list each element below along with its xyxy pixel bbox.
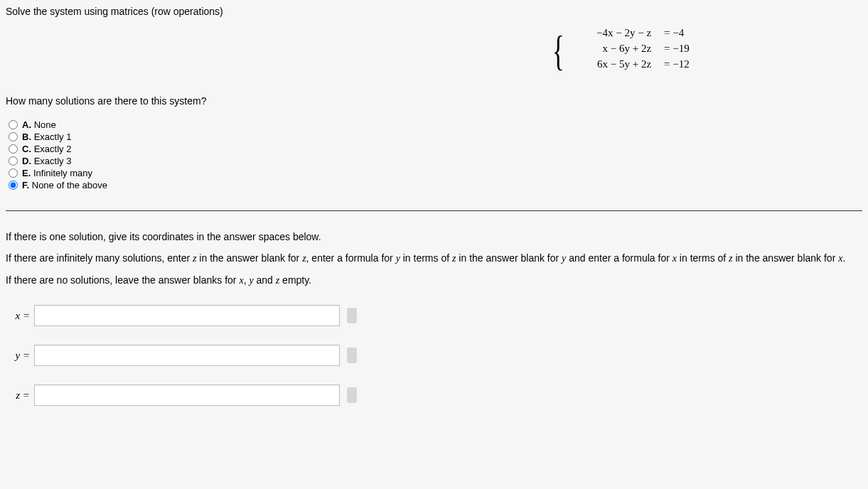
explain-one-solution: If there is one solution, give its coord… [6,231,862,242]
answer-z-label: z = [6,389,34,402]
option-a[interactable]: A. None [9,119,862,130]
solution-count-question: How many solutions are there to this sys… [6,95,862,107]
equation-lhs: 6x − 5y + 2z [573,58,651,70]
option-f-label: F. None of the above [22,180,107,190]
answer-y-label: y = [6,350,34,362]
option-f-radio[interactable] [9,181,18,190]
answer-x-status-chip [347,308,357,323]
option-b[interactable]: B. Exactly 1 [9,131,862,142]
left-brace: { [552,29,564,72]
option-b-label: B. Exactly 1 [22,131,71,142]
explain-no-solutions: If there are no solutions, leave the ans… [6,274,862,286]
equation-row: 6x − 5y + 2z = −12 [573,58,690,74]
option-e-radio[interactable] [9,168,18,178]
equation-lhs: −4x − 2y − z [573,27,651,39]
equation-row: −4x − 2y − z = −4 [573,27,690,43]
answer-y-input[interactable] [34,345,340,366]
answer-z-input[interactable] [34,385,340,406]
answer-row-z: z = [6,385,862,406]
option-c[interactable]: C. Exactly 2 [9,144,862,154]
equation-lhs: x − 6y + 2z [573,43,651,55]
option-b-radio[interactable] [9,132,18,141]
answer-row-y: y = [6,345,862,366]
equation-rhs: = −4 [664,27,684,39]
equation-rhs: = −12 [664,58,690,70]
system-of-equations: { −4x − 2y − z = −4 x − 6y + 2z = −19 6x… [6,27,862,74]
option-d[interactable]: D. Exactly 3 [9,156,862,166]
option-d-label: D. Exactly 3 [22,156,71,166]
equation-row: x − 6y + 2z = −19 [573,43,690,58]
option-c-radio[interactable] [9,144,18,154]
instruction-text: Solve the system using matrices (row ope… [6,6,862,17]
answer-x-input[interactable] [34,305,340,326]
option-f[interactable]: F. None of the above [9,180,862,190]
options-group: A. None B. Exactly 1 C. Exactly 2 D. Exa… [9,119,862,190]
option-e-label: E. Infinitely many [22,168,92,178]
answer-y-status-chip [347,348,357,363]
explain-infinite-solutions: If there are infinitely many solutions, … [6,252,862,264]
option-a-radio[interactable] [9,120,18,129]
answer-row-x: x = [6,305,862,326]
option-d-radio[interactable] [9,156,18,166]
option-c-label: C. Exactly 2 [22,144,71,154]
answer-z-status-chip [347,387,357,403]
divider [6,210,862,211]
option-e[interactable]: E. Infinitely many [9,168,862,178]
equation-rhs: = −19 [664,43,690,55]
answer-x-label: x = [6,310,34,322]
option-a-label: A. None [22,119,56,130]
